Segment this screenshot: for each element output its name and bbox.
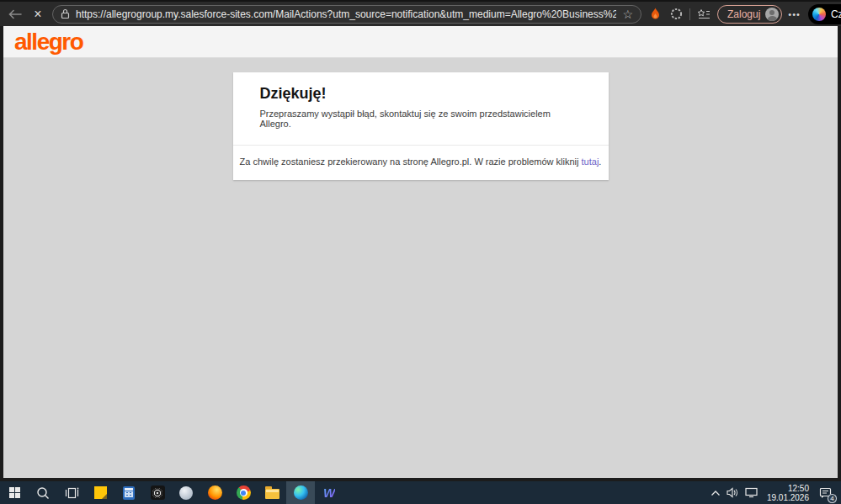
toolbar-divider	[689, 8, 690, 20]
browser-viewport-frame: allegro Dziękuję! Przepraszamy wystąpił …	[0, 26, 841, 481]
tray-clock[interactable]: 12:50 19.01.2026	[764, 484, 812, 502]
volume-button[interactable]	[727, 487, 739, 498]
taskbar-globe-app[interactable]	[172, 481, 200, 504]
sticky-notes-icon	[94, 486, 107, 499]
search-icon	[36, 486, 50, 500]
page-body: Dziękuję! Przepraszamy wystąpił błąd, sk…	[3, 58, 838, 478]
close-icon: ×	[34, 8, 41, 21]
browser-essentials-icon[interactable]	[668, 7, 684, 22]
card-subtitle: Przepraszamy wystąpił błąd, skontaktuj s…	[260, 109, 582, 129]
camera-lens-icon	[151, 485, 165, 500]
profile-avatar-icon	[765, 8, 779, 21]
back-button[interactable]	[7, 6, 24, 23]
chrome-icon	[237, 485, 251, 500]
browser-toolbar: × https://allegrogroup.my.salesforce-sit…	[0, 0, 841, 26]
clock-date: 19.01.2026	[767, 493, 809, 502]
allegro-header: allegro	[3, 26, 838, 58]
taskbar-chrome[interactable]	[229, 481, 258, 504]
message-card: Dziękuję! Przepraszamy wystąpił błąd, sk…	[233, 72, 609, 180]
edge-icon	[294, 485, 308, 500]
tray-expand-button[interactable]	[711, 490, 721, 496]
taskbar-calculator[interactable]	[114, 481, 143, 504]
address-bar[interactable]: https://allegrogroup.my.salesforce-sites…	[52, 5, 641, 24]
taskbar-w-app[interactable]: W	[315, 481, 343, 504]
copilot-chat-button[interactable]: Czat	[808, 4, 841, 24]
taskbar-firefox[interactable]	[200, 481, 229, 504]
start-button[interactable]	[0, 481, 29, 504]
system-tray: 12:50 19.01.2026 4	[711, 481, 841, 504]
redirect-text: Za chwilę zostaniesz przekierowany na st…	[240, 157, 582, 167]
firefox-icon	[208, 485, 222, 500]
taskbar-file-explorer[interactable]	[258, 481, 286, 504]
card-title: Dziękuję!	[260, 85, 582, 103]
settings-menu-button[interactable]: •••	[788, 9, 801, 19]
web-page: allegro Dziękuję! Przepraszamy wystąpił …	[3, 26, 838, 478]
copilot-icon	[812, 8, 826, 21]
w-app-icon: W	[323, 486, 335, 499]
login-label: Zaloguj	[727, 8, 760, 20]
flame-extension-icon[interactable]	[647, 7, 663, 22]
taskbar-camera-app[interactable]	[143, 481, 172, 504]
allegro-logo[interactable]: allegro	[14, 30, 83, 54]
redirect-message: Za chwilę zostaniesz przekierowany na st…	[233, 146, 609, 180]
calculator-icon	[123, 486, 135, 500]
bookmark-star-icon[interactable]: ☆	[622, 8, 633, 20]
speaker-icon	[727, 487, 739, 498]
chevron-up-icon	[711, 490, 721, 496]
windows-logo-icon	[9, 487, 20, 498]
task-view-button[interactable]	[57, 481, 86, 504]
notification-center-button[interactable]: 4	[817, 485, 834, 501]
clock-time: 12:50	[767, 484, 809, 493]
back-icon	[8, 9, 22, 19]
stop-button[interactable]: ×	[29, 6, 46, 23]
chat-label: Czat	[831, 8, 841, 20]
lock-icon	[61, 8, 70, 19]
file-explorer-icon	[265, 489, 279, 499]
network-display-icon	[745, 487, 758, 498]
redirect-suffix: .	[599, 157, 601, 167]
login-button[interactable]: Zaloguj	[717, 5, 782, 24]
task-view-icon	[65, 487, 79, 499]
favorites-icon[interactable]	[696, 7, 711, 22]
taskbar-search-button[interactable]	[29, 481, 57, 504]
globe-icon	[179, 486, 193, 500]
taskbar-sticky-notes[interactable]	[86, 481, 114, 504]
taskbar-edge-active[interactable]	[286, 481, 315, 504]
windows-taskbar: W 12:50 19.01.2026 4	[0, 481, 841, 504]
url-text[interactable]: https://allegrogroup.my.salesforce-sites…	[76, 8, 616, 20]
notification-badge: 4	[828, 494, 837, 503]
redirect-link[interactable]: tutaj	[582, 157, 599, 167]
network-button[interactable]	[745, 487, 758, 498]
